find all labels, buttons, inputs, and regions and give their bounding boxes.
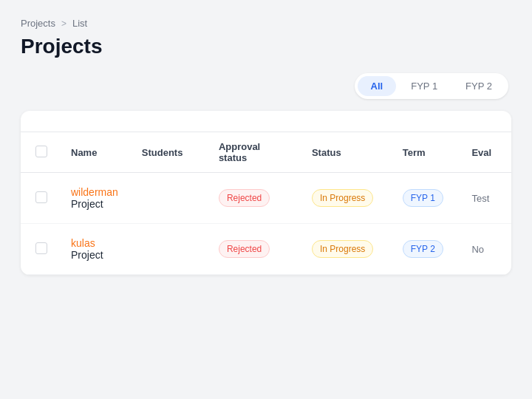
- row1-name-highlight: wilderman: [71, 186, 118, 198]
- filter-bar: All FYP 1 FYP 2: [21, 73, 511, 99]
- row1-eval-cell: Test: [460, 173, 511, 224]
- row1-term-badge: FYP 1: [403, 189, 443, 207]
- col-name-header: Name: [59, 132, 130, 173]
- filter-tab-all[interactable]: All: [358, 76, 397, 96]
- filter-tab-fyp2[interactable]: FYP 2: [452, 76, 505, 96]
- table-row: kulas Project Rejected In Progress FYP 2: [21, 224, 511, 275]
- row2-eval-cell: No: [460, 224, 511, 275]
- row2-status-cell: In Progress: [300, 224, 391, 275]
- row2-term-cell: FYP 2: [391, 224, 460, 275]
- row1-approval-cell: Rejected: [207, 173, 300, 224]
- row2-name-cell: kulas Project: [59, 224, 130, 275]
- table-card: Name Students Approval status Status Ter…: [21, 111, 511, 275]
- page-title: Projects: [21, 35, 511, 58]
- col-approval-header: Approval status: [207, 132, 300, 173]
- row1-name-suffix: Project: [71, 198, 103, 210]
- col-term-header: Term: [391, 132, 460, 173]
- breadcrumb-current: List: [72, 18, 87, 29]
- row1-eval-text: Test: [471, 193, 489, 204]
- col-status-header: Status: [300, 132, 391, 173]
- table-header-row: Name Students Approval status Status Ter…: [21, 132, 511, 173]
- row1-checkbox[interactable]: [35, 191, 47, 203]
- row2-term-badge: FYP 2: [403, 240, 443, 258]
- row1-name: wilderman Project: [71, 186, 118, 210]
- row1-name-cell: wilderman Project: [59, 173, 130, 224]
- row1-term-cell: FYP 1: [391, 173, 460, 224]
- row2-students-cell: [130, 224, 207, 275]
- col-students-header: Students: [130, 132, 207, 173]
- breadcrumb-parent[interactable]: Projects: [21, 18, 55, 29]
- page-container: Projects > List Projects All FYP 1 FYP 2…: [0, 0, 532, 275]
- row1-status-cell: In Progress: [300, 173, 391, 224]
- row2-status-badge: In Progress: [312, 240, 373, 258]
- breadcrumb-separator: >: [61, 18, 66, 29]
- row2-checkbox[interactable]: [35, 242, 47, 254]
- row2-name-highlight: kulas: [71, 237, 95, 249]
- col-checkbox-header: [21, 132, 59, 173]
- filter-tab-fyp1[interactable]: FYP 1: [398, 76, 451, 96]
- row2-approval-badge: Rejected: [219, 240, 270, 258]
- table-row: wilderman Project Rejected In Progress F…: [21, 173, 511, 224]
- row1-status-badge: In Progress: [312, 189, 373, 207]
- select-all-checkbox[interactable]: [35, 146, 47, 157]
- filter-tabs: All FYP 1 FYP 2: [355, 73, 508, 99]
- row2-checkbox-cell: [21, 224, 59, 275]
- row1-approval-badge: Rejected: [219, 189, 270, 207]
- row1-students-cell: [130, 173, 207, 224]
- row2-approval-cell: Rejected: [207, 224, 300, 275]
- row2-eval-text: No: [471, 244, 484, 255]
- col-eval-header: Eval: [460, 132, 511, 173]
- row2-name-suffix: Project: [71, 249, 103, 261]
- breadcrumb: Projects > List: [21, 18, 511, 29]
- projects-table: Name Students Approval status Status Ter…: [21, 132, 511, 275]
- row1-checkbox-cell: [21, 173, 59, 224]
- row2-name: kulas Project: [71, 237, 103, 261]
